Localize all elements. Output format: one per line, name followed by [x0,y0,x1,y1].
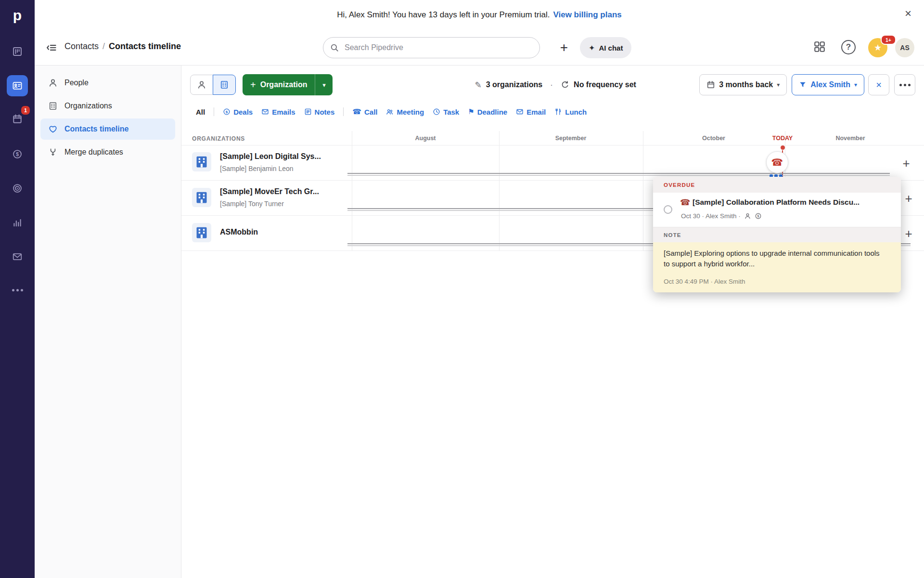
deals-icon[interactable]: $ [7,144,28,165]
overdue-activity-item[interactable]: ☎ [Sample] Collaboration Platform Needs … [653,193,901,227]
close-icon: × [876,79,882,91]
help-icon[interactable]: ? [841,40,856,54]
plus-icon: + [905,191,912,206]
frequency-label: No frequency set [574,80,636,89]
call-icon: ☎ [352,107,361,116]
frequency-group[interactable]: No frequency set [561,80,636,89]
table-row[interactable]: [Sample] Leon Digital Sys... [Sample] Be… [181,145,924,180]
quick-add-button[interactable]: + [553,37,575,58]
organization-tile-icon [192,152,211,171]
breadcrumb-separator: / [103,41,105,52]
activity-meta-text: Oct 30 · Alex Smith · [681,212,741,220]
flag-icon: ⚑ [468,107,474,116]
people-view-toggle[interactable] [190,75,213,95]
mail-icon[interactable] [7,246,28,267]
chip-email[interactable]: Email [516,108,546,116]
chip-label: Notes [315,108,335,116]
chip-label: Lunch [565,108,587,116]
chip-call[interactable]: ☎ Call [352,107,377,116]
add-organization-label: Organization [260,80,308,89]
sync-icon [561,80,569,89]
billing-plans-link[interactable]: View billing plans [553,10,621,20]
add-activity-button[interactable]: + [901,191,916,206]
chips-divider [214,107,214,116]
organizations-column-header: ORGANIZATIONS [192,135,245,142]
organization-name[interactable]: ASMobbin [220,228,258,236]
dollar-circle-icon: $ [223,108,231,116]
chip-label: Call [364,108,378,116]
marketplace-icon[interactable] [813,40,826,53]
sidebar-item-people[interactable]: People [40,72,175,93]
chip-notes[interactable]: Notes [304,108,335,116]
clear-filter-button[interactable]: × [868,74,889,95]
leads-icon[interactable] [7,41,28,62]
org-count-label: 3 organizations [486,80,542,89]
organizations-view-toggle[interactable] [213,75,236,95]
contacts-sidebar: People Organizations Contacts timeline M… [35,66,181,578]
insights-icon[interactable] [7,212,28,233]
toolbar-dot-separator: · [550,80,553,90]
chip-label: Deals [233,108,253,116]
more-apps-icon[interactable] [7,279,28,301]
organization-name[interactable]: [Sample] Leon Digital Sys... [220,152,321,161]
chip-label: Email [526,108,546,116]
activity-checkbox[interactable] [664,205,672,214]
chevron-down-icon: ▾ [777,81,780,88]
sidebar-item-organizations[interactable]: Organizations [40,95,175,117]
trial-banner-text: Hi, Alex Smith! You have 13 days left in… [337,10,550,20]
chip-all[interactable]: All [196,108,205,116]
activity-title[interactable]: [Sample] Collaboration Platform Needs Di… [693,198,894,207]
sidebar-item-contacts-timeline[interactable]: Contacts timeline [40,118,175,140]
campaigns-icon[interactable] [7,178,28,199]
search-input[interactable] [344,43,533,53]
main-content: + Organization ▾ ✎ 3 organizations · No … [181,66,924,578]
timeline-track [347,173,890,176]
organization-contact[interactable]: [Sample] Tony Turner [220,200,284,208]
breadcrumb-contacts[interactable]: Contacts [64,41,99,52]
chip-lunch[interactable]: Lunch [554,108,587,116]
add-organization-button[interactable]: + Organization [243,74,315,95]
note-text: [Sample] Exploring options to upgrade in… [664,248,886,269]
global-search[interactable] [323,37,540,58]
sidebar-item-merge-duplicates[interactable]: Merge duplicates [40,142,175,163]
add-activity-button[interactable]: + [899,156,913,171]
month-header-november: November [835,135,865,142]
fork-knife-icon [554,108,562,116]
collapse-sidebar-icon[interactable] [46,42,57,53]
search-icon [330,43,339,52]
overdue-call-marker[interactable]: ☎ [766,151,788,173]
owner-filter-label: Alex Smith [810,80,850,89]
organization-name[interactable]: [Sample] MoveEr Tech Gr... [220,187,319,196]
view-toggle [190,75,236,95]
chip-emails[interactable]: Emails [261,108,295,116]
add-activity-button[interactable]: + [901,226,916,241]
pipedrive-logo[interactable]: p [0,5,35,26]
org-count-group[interactable]: ✎ 3 organizations [475,80,542,90]
call-icon: ☎ [771,157,783,168]
chip-task[interactable]: Task [433,108,459,116]
chip-deadline[interactable]: ⚑ Deadline [468,107,507,116]
question-glyph: ? [846,42,851,52]
chip-label: Task [443,108,459,116]
ai-chat-button[interactable]: ✦ AI chat [580,37,631,58]
owner-filter-button[interactable]: Alex Smith ▾ [792,74,864,95]
calendar-icon [706,80,715,89]
contacts-icon[interactable] [7,75,28,96]
sidebar-item-label: Organizations [64,102,112,110]
notification-badge: 1+ [881,35,896,45]
envelope-icon [261,108,269,116]
add-organization-split-button: + Organization ▾ [243,74,333,95]
user-avatar[interactable]: AS [895,38,914,57]
organization-contact[interactable]: [Sample] Benjamin Leon [220,165,294,172]
chip-meeting[interactable]: Meeting [386,108,424,116]
sidebar-item-label: Merge duplicates [64,148,123,157]
person-icon [197,80,206,90]
note-item[interactable]: [Sample] Exploring options to upgrade in… [653,242,901,292]
date-range-button[interactable]: 3 months back ▾ [699,74,787,95]
add-organization-dropdown[interactable]: ▾ [315,74,333,95]
toolbar-more-button[interactable] [894,74,915,95]
page-title: Contacts timeline [109,41,181,52]
chip-deals[interactable]: $ Deals [223,108,253,116]
clock-icon [433,108,440,116]
banner-close-icon[interactable]: × [905,7,911,20]
